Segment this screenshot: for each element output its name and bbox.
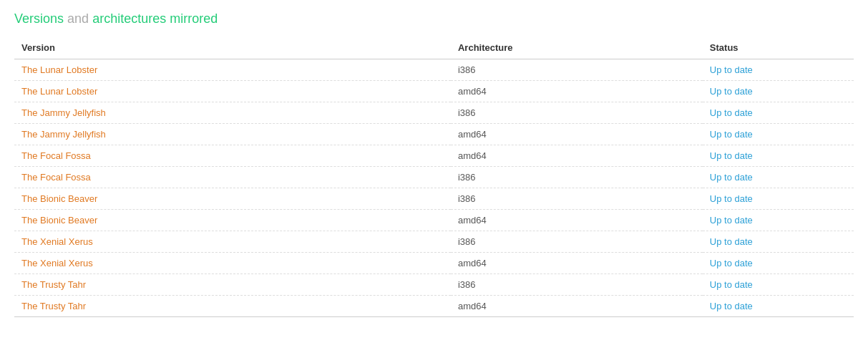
status-link[interactable]: Up to date	[710, 150, 753, 161]
architecture-cell: amd64	[451, 145, 703, 167]
table-row: The Jammy Jellyfishamd64Up to date	[14, 124, 854, 145]
status-link[interactable]: Up to date	[710, 279, 753, 290]
status-link[interactable]: Up to date	[710, 172, 753, 183]
status-link[interactable]: Up to date	[710, 107, 753, 118]
table-row: The Lunar Lobsteri386Up to date	[14, 59, 854, 81]
table-row: The Lunar Lobsteramd64Up to date	[14, 81, 854, 102]
version-link[interactable]: The Jammy Jellyfish	[21, 107, 106, 118]
architecture-cell: i386	[451, 231, 703, 253]
architecture-cell: i386	[451, 188, 703, 210]
status-link[interactable]: Up to date	[710, 64, 753, 75]
status-link[interactable]: Up to date	[710, 258, 753, 268]
status-link[interactable]: Up to date	[710, 193, 753, 204]
architecture-cell: i386	[451, 167, 703, 188]
version-link[interactable]: The Lunar Lobster	[21, 86, 97, 97]
page-title: Versions and architectures mirrored	[14, 11, 854, 26]
version-link[interactable]: The Jammy Jellyfish	[21, 129, 106, 140]
table-row: The Trusty Tahramd64Up to date	[14, 296, 854, 317]
table-row: The Focal Fossaamd64Up to date	[14, 145, 854, 167]
table-row: The Xenial Xerusamd64Up to date	[14, 253, 854, 274]
table-row: The Trusty Tahri386Up to date	[14, 274, 854, 296]
architecture-cell: amd64	[451, 253, 703, 274]
table-row: The Bionic Beaveri386Up to date	[14, 188, 854, 210]
version-link[interactable]: The Xenial Xerus	[21, 258, 93, 268]
architecture-cell: amd64	[451, 81, 703, 102]
table-row: The Xenial Xerusi386Up to date	[14, 231, 854, 253]
architecture-cell: amd64	[451, 296, 703, 317]
status-link[interactable]: Up to date	[710, 301, 753, 311]
version-link[interactable]: The Trusty Tahr	[21, 279, 86, 290]
status-link[interactable]: Up to date	[710, 215, 753, 226]
table-row: The Focal Fossai386Up to date	[14, 167, 854, 188]
table-row: The Jammy Jellyfishi386Up to date	[14, 102, 854, 124]
status-link[interactable]: Up to date	[710, 129, 753, 140]
column-header-version: Version	[14, 37, 451, 59]
version-link[interactable]: The Bionic Beaver	[21, 215, 97, 226]
architecture-cell: i386	[451, 102, 703, 124]
version-link[interactable]: The Lunar Lobster	[21, 64, 97, 75]
version-link[interactable]: The Bionic Beaver	[21, 193, 97, 204]
architecture-cell: amd64	[451, 210, 703, 231]
version-link[interactable]: The Trusty Tahr	[21, 301, 86, 311]
status-link[interactable]: Up to date	[710, 236, 753, 247]
architecture-cell: i386	[451, 59, 703, 81]
version-link[interactable]: The Focal Fossa	[21, 150, 91, 161]
version-link[interactable]: The Xenial Xerus	[21, 236, 93, 247]
architecture-cell: i386	[451, 274, 703, 296]
column-header-architecture: Architecture	[451, 37, 703, 59]
architecture-cell: amd64	[451, 124, 703, 145]
table-row: The Bionic Beaveramd64Up to date	[14, 210, 854, 231]
table-header-row: Version Architecture Status	[14, 37, 854, 59]
versions-table: Version Architecture Status The Lunar Lo…	[14, 37, 854, 317]
version-link[interactable]: The Focal Fossa	[21, 172, 91, 183]
status-link[interactable]: Up to date	[710, 86, 753, 97]
column-header-status: Status	[703, 37, 854, 59]
